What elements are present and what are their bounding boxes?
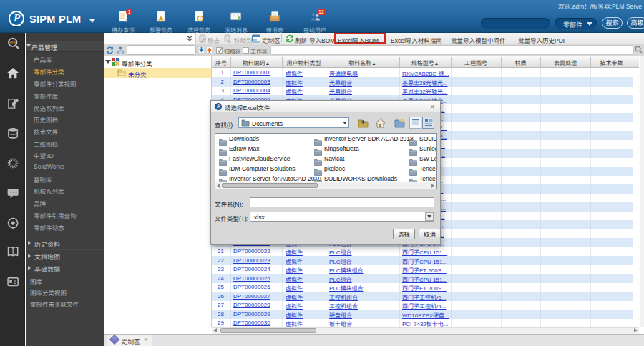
svg-text:SIPM: SIPM: [9, 41, 16, 44]
